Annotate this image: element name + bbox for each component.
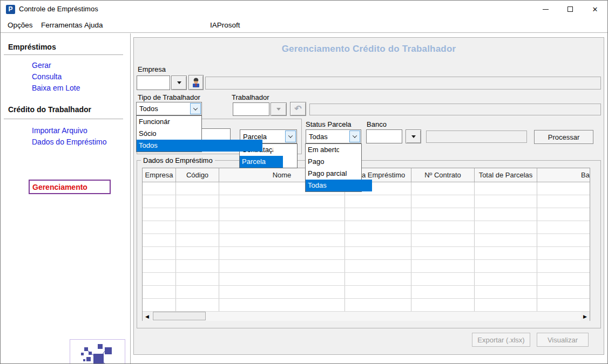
table-row[interactable] — [143, 195, 590, 208]
divider — [4, 54, 123, 55]
status-parcela-dropdown-list: Em abertoPagoPago parcialTodas — [305, 143, 362, 192]
tipo-trabalhador-combobox[interactable]: Todos — [136, 102, 202, 115]
menu-item[interactable]: Opções — [3, 21, 36, 29]
sidebar-item-baixa-em-lote[interactable]: Baixa em Lote — [32, 84, 80, 92]
sidebar-item-gerenciamento[interactable]: Gerenciamento — [32, 183, 87, 191]
dropdown-option[interactable]: Funcionário — [137, 116, 170, 128]
sidebar-item-consulta[interactable]: Consulta — [32, 72, 62, 81]
sidebar-item-importar-arquivo[interactable]: Importar Arquivo — [32, 126, 87, 135]
table-row[interactable] — [143, 234, 590, 247]
table-cell — [345, 286, 411, 298]
table-cell — [176, 247, 219, 259]
table-column-header[interactable]: Total de Parcelas — [475, 168, 537, 182]
title-bar[interactable]: P Controle de Empréstimos ✕ — [1, 1, 607, 18]
trabalhador-code-input[interactable] — [233, 102, 269, 116]
empresa-search-person-button[interactable] — [188, 75, 204, 90]
scrollbar-thumb[interactable] — [153, 312, 206, 320]
scroll-right-button[interactable]: ▶ — [580, 312, 590, 321]
table-row[interactable] — [143, 221, 590, 234]
table-cell — [475, 182, 537, 195]
application-window: P Controle de Empréstimos ✕ OpçõesFerram… — [0, 0, 608, 364]
banco-code-input[interactable] — [366, 129, 402, 143]
dados-emprestimo-group-title: Dados do Empréstimo — [141, 156, 215, 164]
table-row[interactable] — [143, 208, 590, 221]
dropdown-option[interactable]: Todos — [137, 140, 262, 152]
menu-item[interactable]: Ferramentas — [36, 21, 79, 29]
tipo-trabalhador-value: Todos — [137, 105, 190, 113]
banco-label: Banco — [367, 120, 387, 128]
table-cell — [143, 273, 176, 285]
table-cell — [219, 260, 345, 272]
trabalhador-undo-button[interactable]: ↶ — [290, 102, 306, 116]
table-cell — [475, 208, 537, 221]
status-parcela-combobox[interactable]: Todas — [306, 129, 361, 143]
trabalhador-name-display — [309, 104, 601, 115]
dropdown-arrow-icon — [411, 135, 416, 138]
table-row[interactable] — [143, 247, 590, 260]
visualizar-button[interactable]: Visualizar — [537, 333, 589, 347]
table-column-header[interactable]: Empresa — [143, 168, 176, 182]
dropdown-option[interactable]: Em aberto — [306, 144, 339, 156]
table-cell — [219, 208, 345, 221]
table-cell — [475, 260, 537, 272]
table-cell — [411, 286, 475, 298]
table-cell — [143, 195, 176, 208]
table-cell — [411, 273, 475, 285]
table-column-header[interactable]: Banco — [537, 168, 590, 182]
close-button[interactable]: ✕ — [583, 1, 607, 18]
table-cell — [411, 221, 475, 233]
table-row[interactable] — [143, 299, 590, 312]
table-body — [143, 182, 590, 312]
table-row[interactable] — [143, 273, 590, 286]
table-cell — [537, 247, 590, 259]
trabalhador-dropdown-button[interactable] — [271, 102, 287, 116]
table-cell — [475, 247, 537, 259]
table-cell — [219, 221, 345, 233]
processar-button[interactable]: Processar — [534, 130, 593, 144]
tipo-trabalhador-dropdown-list: FuncionárioSócioTodos — [136, 115, 202, 152]
table-cell — [219, 286, 345, 298]
table-cell — [176, 286, 219, 298]
table-row[interactable] — [143, 260, 590, 273]
table-cell — [345, 247, 411, 259]
table-cell — [176, 182, 219, 195]
sidebar-item-dados-do-emprestimo[interactable]: Dados do Empréstimo — [32, 138, 107, 146]
exportar-xlsx-button[interactable]: Exportar (.xlsx) — [472, 333, 530, 347]
table-cell — [176, 234, 219, 246]
menu-item[interactable]: IAProsoft — [205, 21, 272, 29]
table-cell — [411, 195, 475, 208]
table-cell — [143, 260, 176, 272]
minimize-button[interactable] — [533, 1, 558, 18]
maximize-button[interactable] — [558, 1, 583, 18]
sidebar-item-gerar[interactable]: Gerar — [32, 61, 51, 70]
empresa-dropdown-button[interactable] — [171, 75, 187, 90]
dropdown-option[interactable]: Sócio — [137, 128, 180, 140]
dropdown-option[interactable]: Pago — [306, 156, 349, 168]
table-column-header[interactable]: Código — [176, 168, 219, 182]
dropdown-option[interactable]: Parcela — [240, 156, 283, 168]
logo-squares-icon — [80, 343, 117, 364]
empresa-code-input[interactable] — [137, 75, 170, 90]
horizontal-scrollbar[interactable]: ◀ ▶ — [143, 312, 590, 321]
table-cell — [143, 286, 176, 298]
table-cell — [411, 299, 475, 311]
table-cell — [219, 299, 345, 311]
table-cell — [345, 208, 411, 221]
trabalhador-label: Trabalhador — [232, 93, 269, 101]
table-cell — [475, 286, 537, 298]
table-cell — [475, 234, 537, 246]
dropdown-option[interactable]: Pago parcial — [306, 168, 431, 180]
table-cell — [143, 208, 176, 221]
table-cell — [345, 299, 411, 311]
scroll-left-button[interactable]: ◀ — [143, 312, 152, 321]
dropdown-option[interactable]: Todas — [306, 180, 372, 191]
table-cell — [537, 208, 590, 221]
divider — [4, 119, 123, 119]
app-icon: P — [6, 5, 15, 14]
sidebar-section-credito-trabalhador: Crédito do Trabalhador — [8, 105, 91, 114]
menu-item[interactable]: Ajuda — [79, 21, 205, 29]
banco-name-display — [426, 131, 527, 143]
table-row[interactable] — [143, 286, 590, 299]
tipo-trabalhador-label: Tipo de Trabalhador — [138, 93, 200, 101]
banco-dropdown-button[interactable] — [406, 129, 421, 143]
